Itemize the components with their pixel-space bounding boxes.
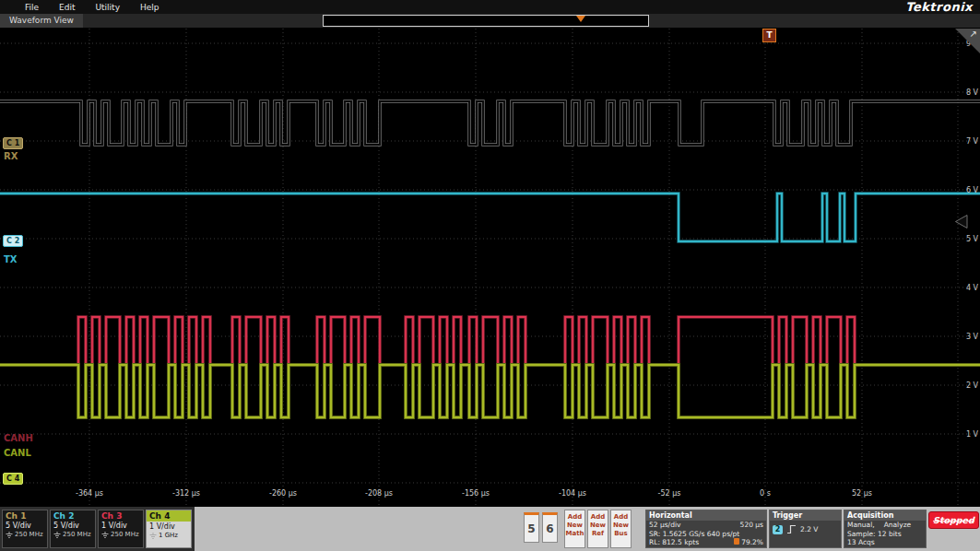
trigger-source-chip: 2 — [773, 525, 783, 534]
time-axis-label: -156 µs — [462, 489, 490, 498]
channel-scale: 5 V/div — [3, 521, 47, 530]
tektronix-logo: Tektronix — [905, 0, 973, 14]
channel-name: Ch 3 — [99, 510, 143, 521]
trigger-position-flag[interactable]: T — [762, 29, 776, 42]
trigger-panel[interactable]: Trigger 2 2.2 V — [769, 510, 842, 548]
menu-item-edit[interactable]: Edit — [49, 3, 85, 12]
ground-icon — [101, 532, 109, 538]
ch1-level-arrow-icon[interactable] — [955, 215, 968, 229]
acquisition-sample: Sample: 12 bits — [847, 530, 902, 539]
ground-icon — [53, 532, 61, 538]
record-view-minimap[interactable] — [323, 15, 649, 27]
time-axis-label: -104 µs — [559, 489, 586, 498]
channel-name: Ch 1 — [3, 510, 47, 521]
waveform-label-canl: CANL — [4, 448, 31, 458]
horizontal-panel[interactable]: Horizontal 52 µs/div 520 µs SR: 1.5625 G… — [645, 510, 767, 548]
slot-button-6[interactable]: 6 — [542, 512, 558, 543]
channel-name: Ch 2 — [51, 510, 95, 521]
channel-bandwidth: 250 MHz — [3, 530, 47, 538]
channel-name: Ch 4 — [147, 510, 191, 522]
ground-icon — [149, 533, 157, 539]
volt-axis-label: 3 V — [966, 333, 978, 341]
time-axis-label: -208 µs — [365, 489, 393, 498]
horizontal-window: 520 µs — [740, 521, 763, 530]
acquisition-analyze: Analyze — [884, 521, 912, 530]
channel-scale: 5 V/div — [51, 521, 95, 530]
time-axis-label: 52 µs — [852, 489, 872, 498]
acquisition-mode: Manual, — [847, 521, 875, 530]
oscilloscope-screen: FileEditUtilityHelp Tektronix Waveform V… — [0, 0, 980, 551]
channel-badge-ch1[interactable]: Ch 15 V/div250 MHz — [2, 510, 48, 548]
position-percent: 79.2% — [734, 538, 763, 547]
waveform-label-tx: TX — [4, 254, 18, 264]
volt-axis-label: 5 V — [966, 235, 978, 243]
channel-scale: 1 V/div — [99, 521, 143, 530]
minimap-trigger-icon[interactable] — [576, 16, 585, 22]
slot-button-5[interactable]: 5 — [524, 512, 539, 543]
channel-badge-zone: Ch 15 V/div250 MHzCh 25 V/div250 MHzCh 3… — [0, 507, 195, 551]
time-axis-label: 0 s — [760, 489, 771, 498]
position-icon — [734, 538, 739, 545]
volt-axis-label: 8 V — [966, 88, 978, 97]
expand-arrow-icon: ↗ — [970, 29, 977, 39]
acquisition-count: 13 Acqs — [847, 538, 875, 547]
menu-items: FileEditUtilityHelp — [0, 3, 170, 12]
channel-bandwidth: 250 MHz — [51, 530, 95, 538]
channel-badge-ch2[interactable]: Ch 25 V/div250 MHz — [50, 510, 96, 548]
time-axis-label: -52 µs — [658, 489, 681, 498]
horizontal-panel-title: Horizontal — [646, 510, 766, 521]
waveform-label-rx: RX — [4, 151, 18, 161]
rising-edge-icon — [786, 524, 797, 534]
trigger-panel-title: Trigger — [770, 510, 841, 521]
trigger-level: 2.2 V — [800, 525, 818, 534]
waveform-display[interactable] — [0, 0, 980, 551]
acquisition-panel-title: Acquisition — [844, 510, 926, 521]
channel-chip-c1[interactable]: C 1 — [3, 137, 23, 149]
record-length: RL: 812.5 kpts — [649, 538, 699, 547]
add-new-math-button[interactable]: AddNewMath — [564, 510, 585, 548]
channel-bandwidth: 250 MHz — [99, 530, 143, 538]
menu-bar: FileEditUtilityHelp Tektronix — [0, 0, 980, 14]
add-new-ref-button[interactable]: AddNewRef — [587, 510, 608, 548]
volt-axis-label: 6 V — [966, 186, 978, 194]
acquisition-panel[interactable]: Acquisition Manual, Analyze Sample: 12 b… — [844, 510, 927, 548]
volt-axis-label: 2 V — [966, 381, 978, 390]
run-stop-button[interactable]: Stopped — [928, 511, 979, 529]
time-axis-label: -260 µs — [269, 489, 297, 498]
menu-item-utility[interactable]: Utility — [86, 3, 130, 12]
time-axis-label: -364 µs — [76, 489, 103, 498]
channel-chip-c2[interactable]: C 2 — [3, 235, 23, 247]
channel-chip-c4[interactable]: C 4 — [3, 473, 23, 485]
menu-item-file[interactable]: File — [15, 3, 49, 12]
channel-scale: 1 V/div — [147, 522, 191, 531]
volt-axis-label: 7 V — [966, 137, 978, 146]
waveform-label-canh: CANH — [4, 433, 33, 443]
channel-badge-ch3[interactable]: Ch 31 V/div250 MHz — [98, 510, 144, 548]
channel-badge-ch4[interactable]: Ch 41 V/div1 GHz — [146, 510, 192, 548]
channel-bandwidth: 1 GHz — [147, 531, 191, 539]
time-axis-label: -312 µs — [172, 489, 200, 498]
tab-waveform-view[interactable]: Waveform View — [0, 14, 83, 28]
horizontal-scale: 52 µs/div — [649, 521, 680, 530]
sample-rate: SR: 1.5625 GS/s 640 ps/pt — [649, 530, 739, 539]
volt-axis-label: 1 V — [966, 430, 978, 439]
add-new-bus-button[interactable]: AddNewBus — [610, 510, 632, 548]
menu-item-help[interactable]: Help — [130, 3, 170, 12]
bottom-control-bar: Ch 15 V/div250 MHzCh 25 V/div250 MHzCh 3… — [0, 507, 980, 551]
ground-icon — [6, 532, 13, 538]
volt-axis-label: 4 V — [966, 284, 978, 292]
